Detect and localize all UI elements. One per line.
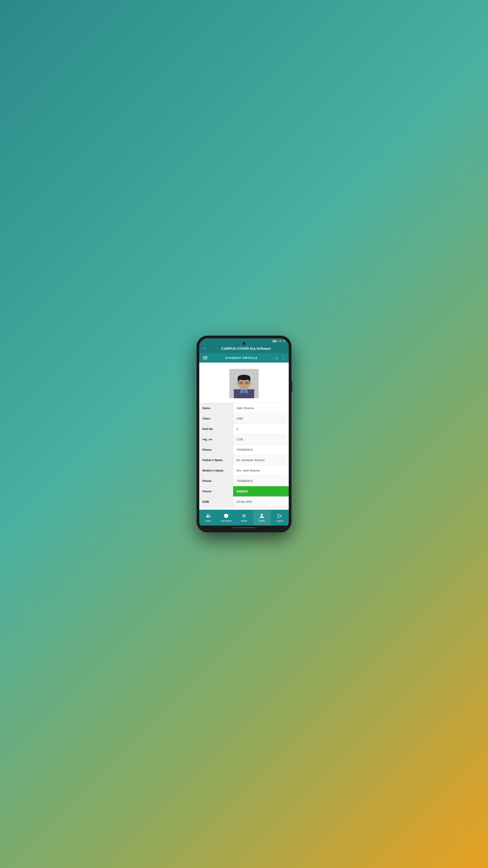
name-row: Name Jatin Sharma (199, 403, 289, 413)
toolbar: STUDENT PROFILE ⌕ ⋮ (199, 353, 289, 363)
users-icon (206, 513, 211, 519)
phone1-row: Phone. 7004680810 (199, 445, 289, 455)
svg-point-16 (243, 384, 245, 386)
svg-point-10 (249, 381, 252, 385)
phone2-value: 7004680810 (233, 476, 289, 486)
reg-label: reg_no (199, 434, 233, 444)
svg-rect-7 (238, 377, 239, 381)
profile-label: Profile (259, 520, 265, 522)
name-label: Name (199, 403, 233, 413)
phone1-label: Phone. (199, 445, 233, 455)
top-bar: ← CAMPUS COVER Erp Software (199, 344, 289, 353)
profile-photo-section (199, 363, 289, 403)
notice-icon (241, 513, 247, 519)
logout-label: Logout (276, 520, 283, 522)
status-icons: ▌▌▌ WiFi 🔋 (273, 340, 286, 342)
mother-value: Mrs. Aarti Sharma (233, 465, 289, 475)
nav-notice[interactable]: Notice (235, 510, 253, 526)
name-value: Jatin Sharma (233, 403, 289, 413)
house-label: House (199, 486, 233, 496)
profile-icon (259, 513, 264, 519)
homework-icon (224, 513, 229, 519)
svg-point-6 (238, 375, 250, 380)
class-value: ANM (233, 413, 289, 424)
camera (242, 342, 246, 345)
class-label: Class (199, 413, 233, 424)
student-photo (229, 369, 259, 398)
svg-point-9 (236, 381, 239, 385)
dob-label: DOB (199, 497, 233, 507)
phone2-label: Phone (199, 476, 233, 486)
users-label: Users (205, 520, 211, 522)
reg-row: reg_no 1226 (199, 434, 289, 445)
nav-logout[interactable]: Logout (271, 510, 289, 526)
class-row: Class ANM (199, 413, 289, 424)
dob-value: 28 Apr 2002 (233, 497, 289, 507)
home-bar (233, 527, 255, 528)
phone1-value: 7004680810 (233, 445, 289, 455)
notice-label: Notice (241, 520, 247, 522)
student-data-table: Name Jatin Sharma Class ANM Roll No. 2 r… (199, 403, 289, 507)
dob-row: DOB 28 Apr 2002 (199, 497, 289, 507)
bottom-navigation: Users Homework Notice (199, 510, 289, 526)
father-row: Father's Name Mr. Ashutosh Sharma (199, 455, 289, 465)
nav-users[interactable]: Users (199, 510, 217, 526)
nav-homework[interactable]: Homework (217, 510, 235, 526)
menu-icon[interactable] (203, 356, 207, 359)
mother-label: Mother's Name (199, 465, 233, 475)
phone2-row: Phone 7004680810 (199, 476, 289, 486)
side-button (291, 381, 292, 392)
svg-rect-8 (249, 377, 250, 381)
home-indicator (199, 526, 289, 530)
page-title: STUDENT PROFILE (225, 356, 258, 360)
homework-label: Homework (221, 520, 232, 522)
more-icon[interactable]: ⋮ (281, 355, 285, 360)
house-row: House GREEN (199, 486, 289, 497)
svg-point-15 (246, 382, 248, 383)
reg-value: 1226 (233, 434, 289, 444)
app-title: CAMPUS COVER Erp Software (207, 346, 285, 350)
content-area: Name Jatin Sharma Class ANM Roll No. 2 r… (199, 363, 289, 510)
roll-row: Roll No. 2 (199, 424, 289, 434)
mother-row: Mother's Name Mrs. Aarti Sharma (199, 465, 289, 476)
search-icon[interactable]: ⌕ (275, 355, 278, 360)
back-button[interactable]: ← (203, 346, 207, 351)
house-value: GREEN (233, 486, 289, 496)
svg-point-14 (240, 382, 242, 383)
logout-icon (277, 513, 282, 519)
nav-profile[interactable]: Profile (253, 510, 271, 526)
father-label: Father's Name (199, 455, 233, 465)
father-value: Mr. Ashutosh Sharma (233, 455, 289, 465)
toolbar-icons: ⌕ ⋮ (275, 355, 285, 360)
roll-label: Roll No. (199, 424, 233, 434)
svg-rect-1 (234, 389, 254, 398)
roll-value: 2 (233, 424, 289, 434)
